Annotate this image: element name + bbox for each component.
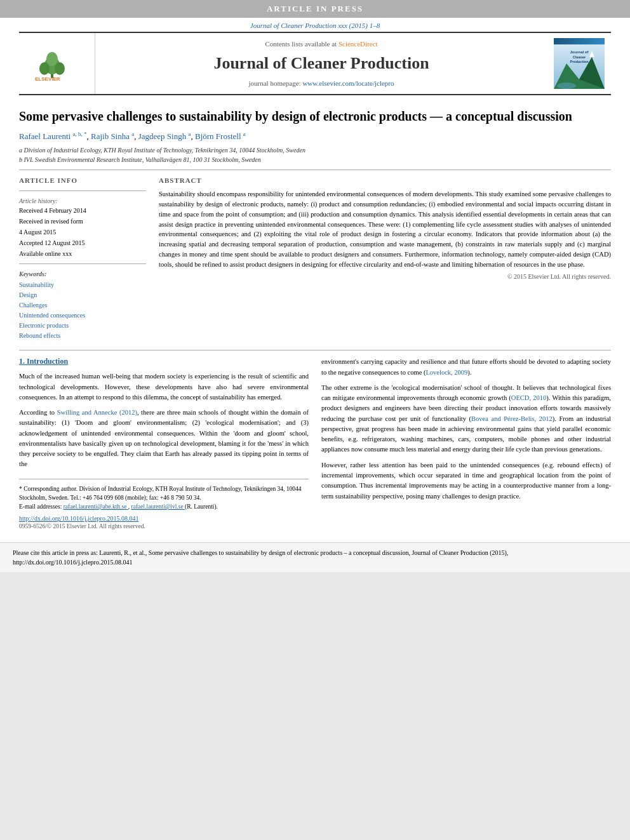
email1-link[interactable]: rafael.laurenti@abe.kth.se <box>64 503 128 510</box>
available-online: Available online xxx <box>19 250 146 257</box>
copyright-line: © 2015 Elsevier Ltd. All rights reserved… <box>159 273 611 280</box>
received-date: Received 4 February 2014 <box>19 207 146 214</box>
homepage-link[interactable]: www.elsevier.com/locate/jclepro <box>302 79 394 87</box>
ref-oecd-link[interactable]: OECD, 2010 <box>511 394 546 401</box>
journal-header: ELSEVIER Contents lists available at Sci… <box>19 32 611 95</box>
cleaner-production-logo: Journal of Cleaner Production <box>547 33 611 94</box>
received-revised-label: Received in revised form <box>19 218 146 225</box>
svg-point-3 <box>55 62 65 75</box>
author-bjorn: Björn Frostell <box>195 131 241 141</box>
keyword-electronic[interactable]: Electronic products <box>19 321 146 331</box>
article-info-heading: ARTICLE INFO <box>19 177 146 184</box>
right-para2: The other extreme is the 'ecological mod… <box>321 383 611 455</box>
sciencedirect-text: ScienceDirect <box>338 40 378 48</box>
doi-link[interactable]: http://dx.doi.org/10.1016/j.jclepro.2015… <box>19 515 309 522</box>
journal-title: Journal of Cleaner Production <box>213 54 429 73</box>
svg-point-4 <box>46 52 58 66</box>
journal-citation-line: Journal of Cleaner Production xxx (2015)… <box>0 18 630 32</box>
abstract-section: ABSTRACT Sustainability should encompass… <box>159 177 611 341</box>
footnote-text: * Corresponding author. Division of Indu… <box>19 484 309 503</box>
keywords-list: Sustainability Design Challenges Uninten… <box>19 280 146 341</box>
authors-line: Rafael Laurenti a, b, *, Rajib Sinha a, … <box>19 131 611 142</box>
article-in-press-banner: ARTICLE IN PRESS <box>0 0 630 18</box>
svg-text:ELSEVIER: ELSEVIER <box>35 76 60 81</box>
right-para3: However, rather less attention has been … <box>321 460 611 502</box>
bottom-citation-bar: Please cite this article in press as: La… <box>0 542 630 572</box>
email2-link[interactable]: rafael.laurenti@ivl.se <box>131 503 185 510</box>
ref-lovelock-link[interactable]: Lovelock, 2009 <box>426 369 467 376</box>
keyword-unintended[interactable]: Unintended consequences <box>19 310 146 321</box>
divider-2 <box>19 350 611 350</box>
svg-point-2 <box>39 62 50 75</box>
article-body: Some pervasive challenges to sustainabil… <box>0 108 630 542</box>
elsevier-logo: ELSEVIER <box>19 33 95 94</box>
ref-bovea-link[interactable]: Bovea and Pérez-Belis, 2012 <box>471 415 553 422</box>
banner-text: ARTICLE IN PRESS <box>267 4 363 13</box>
email-line: E-mail addresses: rafael.laurenti@abe.kt… <box>19 502 309 511</box>
svg-text:Journal of: Journal of <box>570 50 589 54</box>
affiliation-b: b IVL Swedish Environmental Research Ins… <box>19 156 611 163</box>
keyword-challenges[interactable]: Challenges <box>19 300 146 310</box>
accepted-date: Accepted 12 August 2015 <box>19 239 146 246</box>
keywords-divider <box>19 263 146 264</box>
elsevier-tree-icon: ELSEVIER <box>32 46 83 81</box>
abstract-heading: ABSTRACT <box>159 177 611 184</box>
affiliation-a: a Division of Industrial Ecology, KTH Ro… <box>19 147 611 154</box>
right-column: environment's carrying capacity and resi… <box>321 357 611 530</box>
divider-1 <box>19 170 611 170</box>
keyword-rebound[interactable]: Rebound effects <box>19 331 146 341</box>
svg-text:Cleaner: Cleaner <box>573 55 586 59</box>
svg-text:Production: Production <box>570 60 589 63</box>
main-content: 1. Introduction Much of the increased hu… <box>19 357 611 530</box>
citation-text: Please cite this article in press as: La… <box>13 549 508 566</box>
author-jagdeep: Jagdeep Singh <box>138 131 186 141</box>
keywords-heading: Keywords: <box>19 270 146 277</box>
history-label: Article history: <box>19 197 146 204</box>
header-center: Contents lists available at ScienceDirec… <box>95 33 547 94</box>
issn-line: 0959-6526/© 2015 Elsevier Ltd. All right… <box>19 523 309 530</box>
left-column: 1. Introduction Much of the increased hu… <box>19 357 309 530</box>
keyword-design[interactable]: Design <box>19 290 146 300</box>
journal-homepage: journal homepage: www.elsevier.com/locat… <box>249 79 394 87</box>
section1-para1: Much of the increased human well-being t… <box>19 371 309 403</box>
cleaner-prod-logo-box: Journal of Cleaner Production <box>554 38 605 89</box>
author-rafael: Rafael Laurenti <box>19 131 70 141</box>
ref-swilling-link[interactable]: Swilling and Annecke (2012) <box>57 409 137 416</box>
contents-available-text: Contents lists available at <box>265 40 337 48</box>
keyword-sustainability[interactable]: Sustainability <box>19 280 146 290</box>
keywords-section: Keywords: Sustainability Design Challeng… <box>19 270 146 341</box>
abstract-text: Sustainability should encompass responsi… <box>159 189 611 269</box>
footnote-section: * Corresponding author. Division of Indu… <box>19 479 309 530</box>
info-abstract-section: ARTICLE INFO Article history: Received 4… <box>19 177 611 341</box>
right-para1: environment's carrying capacity and resi… <box>321 357 611 378</box>
revised-date: 4 August 2015 <box>19 229 146 236</box>
sciencedirect-line: Contents lists available at ScienceDirec… <box>265 40 377 48</box>
article-info-box: ARTICLE INFO Article history: Received 4… <box>19 177 146 341</box>
journal-citation-text: Journal of Cleaner Production xxx (2015)… <box>250 22 380 29</box>
section1-para2: According to Swilling and Annecke (2012)… <box>19 408 309 470</box>
section1-title: 1. Introduction <box>19 357 309 366</box>
svg-point-10 <box>557 83 576 89</box>
info-divider <box>19 190 146 191</box>
author-rajib: Rajib Sinha <box>91 131 130 141</box>
article-title: Some pervasive challenges to sustainabil… <box>19 108 611 124</box>
sciencedirect-link[interactable]: ScienceDirect <box>338 40 378 48</box>
